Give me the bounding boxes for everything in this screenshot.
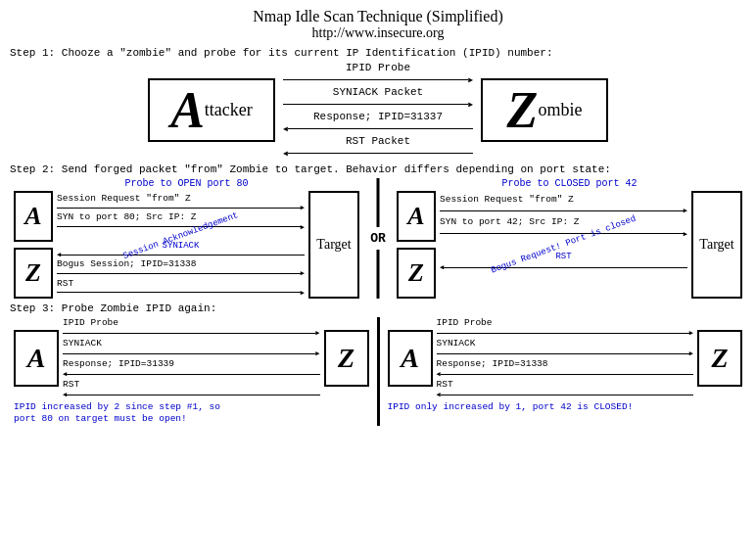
s3r-a2: ▶ bbox=[437, 349, 694, 357]
step2-left-a-box: A bbox=[14, 191, 53, 242]
s3r-t2: SYNIACK bbox=[437, 338, 694, 349]
step2-left-bot-text2: RST bbox=[57, 278, 305, 289]
s3l-t1: IPID Probe bbox=[63, 317, 320, 328]
s3r-line3 bbox=[441, 374, 693, 375]
step1-arrow1-head: ▶ bbox=[468, 75, 473, 84]
step1-arrow4-label: RST Packet bbox=[346, 135, 410, 147]
step3-left-arrows: IPID Probe ▶ SYNIACK ▶ Response; IPID=31… bbox=[63, 317, 320, 398]
arr-line-l bbox=[61, 255, 305, 256]
s3r-h2: ▶ bbox=[689, 349, 693, 357]
attacker-label: ttacker bbox=[205, 100, 253, 120]
step1-arrow1-label: IPID Probe bbox=[346, 62, 410, 73]
step2-right-z-box: Z bbox=[397, 248, 436, 299]
step3-label: Step 3: Probe Zombie IPID again: bbox=[10, 302, 746, 314]
s3r-t3: Response; IPID=31338 bbox=[437, 358, 694, 369]
step1-arrow2: ▶ bbox=[283, 100, 473, 109]
s3r-t4: RST bbox=[437, 379, 694, 390]
step2-right-spacer3 bbox=[440, 295, 687, 296]
step2-left: Probe to OPEN port 80 A Z Session Reques… bbox=[10, 178, 363, 299]
step2-right-top-text1: Session Request "from" Z bbox=[440, 194, 687, 205]
arr-line2 bbox=[57, 226, 301, 227]
step3-right: A IPID Probe ▶ SYNIACK ▶ Response; IPID=… bbox=[384, 317, 747, 426]
step1-arrow3-label: Response; IPID=31337 bbox=[313, 111, 443, 122]
step2-left-inner: A Z Session Request "from" Z ▶ SYN to po… bbox=[14, 191, 359, 299]
s3l-h2: ▶ bbox=[315, 349, 319, 357]
step1-arrows: IPID Probe ▶ SYNIACK Packet ▶ Response; … bbox=[275, 62, 481, 158]
step3-right-inner: A IPID Probe ▶ SYNIACK ▶ Response; IPID=… bbox=[388, 317, 743, 398]
s3l-t3: Response; IPID=31339 bbox=[63, 358, 320, 369]
step2-left-target: Target bbox=[308, 191, 359, 299]
r-arr-line-l bbox=[444, 267, 687, 268]
zombie-label: ombie bbox=[538, 100, 582, 120]
zombie-box: Z ombie bbox=[481, 78, 608, 142]
s3l-t2: SYNIACK bbox=[63, 338, 320, 349]
step1-arrow2-label: SYNIACK Packet bbox=[333, 86, 423, 98]
title-section: Nmap Idle Scan Technique (Simplified) ht… bbox=[10, 8, 746, 41]
step2-left-z-box: Z bbox=[14, 248, 53, 299]
s3r-a1: ▶ bbox=[437, 329, 694, 337]
step1-arrow3-line bbox=[288, 128, 473, 129]
step2-right-boxes: A Z bbox=[397, 191, 436, 299]
step1-arrow3: ◀ bbox=[283, 124, 473, 133]
step2-left-arrows: Session Request "from" Z ▶ SYN to port 8… bbox=[55, 191, 307, 299]
step2-right-top-arrow2: ▶ bbox=[440, 230, 687, 238]
s3r-h1: ▶ bbox=[689, 329, 693, 337]
step3-left-z: Z bbox=[324, 330, 369, 387]
arr-head-bot2: ▶ bbox=[301, 289, 305, 297]
s3l-line3 bbox=[67, 374, 319, 375]
s3l-line4 bbox=[67, 395, 319, 395]
arr-head-bot: ▶ bbox=[301, 269, 305, 277]
s3l-line1 bbox=[63, 333, 315, 334]
main-title: Nmap Idle Scan Technique (Simplified) bbox=[10, 8, 746, 25]
step1-arrow4: ◀ bbox=[283, 149, 473, 158]
s3r-line1 bbox=[437, 333, 689, 334]
s3l-a4: ◀ bbox=[63, 391, 320, 398]
step2-left-boxes: A Z bbox=[14, 191, 53, 299]
step3-left-a: A bbox=[14, 330, 59, 387]
step2-right-target: Target bbox=[691, 191, 742, 299]
step1-arrow1: ▶ bbox=[283, 75, 473, 84]
step3-left: A IPID Probe ▶ SYNIACK ▶ Response; IPID=… bbox=[10, 317, 373, 426]
or-divider: OR bbox=[363, 178, 393, 299]
step1-label: Step 1: Chooze a "zombie" and probe for … bbox=[10, 47, 746, 59]
s3l-a3: ◀ bbox=[63, 370, 320, 378]
arr-line-bot bbox=[57, 273, 301, 274]
step2-diagram: Probe to OPEN port 80 A Z Session Reques… bbox=[10, 178, 746, 299]
s3l-line2 bbox=[63, 353, 315, 354]
step2-label: Step 2: Send forged packet "from" Zombie… bbox=[10, 163, 746, 175]
step2-right-sublabel: Probe to CLOSED port 42 bbox=[397, 178, 742, 189]
step2-right-top-text2: SYN to port 42; Src IP: Z bbox=[440, 216, 687, 227]
step3-divider bbox=[377, 317, 380, 426]
step3-left-inner: A IPID Probe ▶ SYNIACK ▶ Response; IPID=… bbox=[14, 317, 369, 398]
arr-head2: ▶ bbox=[301, 223, 305, 231]
arr-line-bot2 bbox=[57, 292, 301, 293]
title-url: http://www.insecure.org bbox=[10, 25, 746, 41]
step2-right-spacer2 bbox=[440, 292, 687, 293]
step1-arrow1-line bbox=[283, 79, 468, 80]
step2-left-top-text2: SYN to port 80; Src IP: Z bbox=[57, 211, 305, 222]
step3-diagram: A IPID Probe ▶ SYNIACK ▶ Response; IPID=… bbox=[10, 317, 746, 426]
step2-left-diag2: SYNIACK bbox=[57, 241, 305, 251]
zombie-big-letter: Z bbox=[507, 81, 539, 139]
r-arr-head: ▶ bbox=[684, 207, 687, 214]
s3r-a3: ◀ bbox=[437, 370, 694, 378]
s3l-t4: RST bbox=[63, 379, 320, 390]
arr-head: ▶ bbox=[301, 204, 305, 211]
step2-right: Probe to CLOSED port 42 A Z Session Requ… bbox=[393, 178, 746, 299]
s3r-line2 bbox=[437, 353, 689, 354]
step2-right-inner: A Z Session Request "from" Z ▶ SYN to po… bbox=[397, 191, 742, 299]
step1-arrow2-line bbox=[283, 104, 468, 105]
r-arr-line2 bbox=[440, 233, 684, 234]
step2-right-arrows: Session Request "from" Z ▶ SYN to port 4… bbox=[438, 191, 689, 299]
or-label: OR bbox=[368, 227, 388, 250]
step3-left-note: IPID increased by 2 since step #1, sopor… bbox=[14, 401, 369, 426]
step2-right-a-box: A bbox=[397, 191, 436, 242]
step2-left-sublabel: Probe to OPEN port 80 bbox=[14, 178, 359, 189]
s3r-t1: IPID Probe bbox=[437, 317, 694, 328]
step3-right-a: A bbox=[388, 330, 433, 387]
step2-left-back-arrow: ◀ bbox=[57, 251, 305, 258]
s3r-line4 bbox=[441, 395, 693, 395]
s3l-a1: ▶ bbox=[63, 329, 320, 337]
page: Nmap Idle Scan Technique (Simplified) ht… bbox=[0, 0, 756, 434]
r-arr-head2: ▶ bbox=[684, 230, 687, 238]
